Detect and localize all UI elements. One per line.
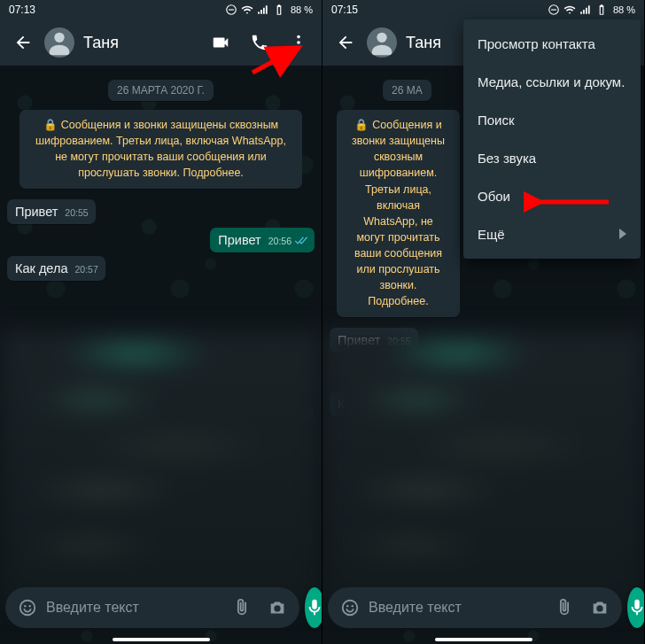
battery-percent: 88 % (291, 4, 313, 15)
message-text: Привет (218, 233, 260, 247)
wifi-icon (563, 4, 576, 16)
battery-percent: 88 % (613, 4, 635, 15)
android-nav-pill[interactable] (113, 638, 210, 641)
message-input-bar (322, 587, 644, 628)
dnd-icon (225, 4, 237, 16)
svg-rect-11 (551, 9, 556, 10)
dnd-icon (548, 4, 560, 16)
svg-point-12 (377, 33, 386, 43)
status-time: 07:13 (9, 4, 35, 16)
svg-point-2 (54, 33, 64, 43)
message-text: Привет (15, 205, 58, 219)
svg-point-6 (20, 601, 35, 616)
screenshot-right: 07:15 88 % Таня 26 МА 🔒Сообщения и звонк… (322, 0, 645, 644)
camera-icon (590, 598, 610, 617)
chat-action-bar: Таня (0, 19, 322, 66)
mic-button[interactable] (627, 587, 644, 628)
signal-icon (257, 4, 269, 16)
menu-item-mute[interactable]: Без звука (463, 139, 641, 177)
svg-point-8 (29, 605, 31, 607)
message-time: 20:55 (65, 207, 88, 219)
message-out[interactable]: Привет 20:56 (210, 228, 315, 252)
more-options-button[interactable] (281, 25, 316, 60)
attach-button[interactable] (548, 591, 581, 625)
phone-icon (250, 33, 269, 52)
menu-item-wallpaper[interactable]: Обои (463, 177, 641, 215)
encryption-notice[interactable]: 🔒Сообщения и звонки защищены сквозным ши… (19, 110, 302, 189)
message-time: 20:57 (74, 264, 97, 275)
svg-point-4 (297, 41, 300, 44)
chat-area[interactable]: 26 МАРТА 2020 Г. 🔒Сообщения и звонки защ… (0, 66, 322, 644)
message-text: Как дела (15, 261, 67, 275)
blurred-messages (322, 331, 644, 606)
android-nav-pill[interactable] (435, 638, 532, 641)
message-in[interactable]: Привет 20:55 (7, 199, 96, 224)
voice-call-button[interactable] (242, 25, 277, 60)
more-vert-icon (289, 33, 308, 52)
avatar-placeholder-icon (367, 27, 397, 58)
back-button[interactable] (328, 25, 363, 60)
svg-point-15 (352, 605, 354, 607)
video-call-button[interactable] (203, 25, 238, 60)
battery-icon (595, 4, 608, 16)
contact-avatar[interactable] (44, 27, 74, 58)
video-icon (211, 33, 230, 52)
emoji-button[interactable] (11, 591, 44, 625)
battery-icon (273, 4, 285, 16)
svg-rect-1 (229, 9, 234, 10)
message-input-pill (5, 587, 299, 628)
mic-icon (305, 598, 322, 617)
screenshot-left: 07:13 88 % Таня 26 МАРТА 2020 Г. (0, 0, 322, 644)
lock-icon: 🔒 (43, 117, 58, 133)
read-ticks-icon (294, 236, 307, 245)
mic-button[interactable] (305, 587, 322, 628)
encryption-text: Сообщения и звонки защищены сквозным шиф… (35, 119, 286, 179)
lock-icon: 🔒 (354, 117, 369, 133)
message-in[interactable]: Как дела 20:57 (7, 256, 105, 281)
message-input[interactable] (369, 600, 546, 616)
paperclip-icon (232, 598, 252, 617)
menu-item-view-contact[interactable]: Просмотр контакта (463, 25, 641, 63)
emoji-button[interactable] (333, 591, 367, 625)
contact-name[interactable]: Таня (83, 34, 199, 52)
svg-point-3 (297, 35, 300, 39)
camera-button[interactable] (583, 591, 617, 625)
message-input-pill (328, 587, 622, 628)
status-bar: 07:13 88 % (0, 0, 322, 19)
message-input-bar (0, 587, 322, 628)
camera-button[interactable] (260, 591, 294, 625)
wifi-icon (241, 4, 253, 16)
encryption-text: Сообщения и звонки защищены сквозным шиф… (352, 119, 445, 307)
mic-icon (627, 598, 644, 617)
menu-item-search[interactable]: Поиск (463, 101, 641, 139)
back-button[interactable] (5, 25, 41, 60)
contact-avatar[interactable] (367, 27, 397, 58)
attach-button[interactable] (225, 591, 259, 625)
back-arrow-icon (13, 33, 33, 52)
paperclip-icon (555, 598, 574, 617)
emoji-icon (340, 598, 360, 617)
avatar-placeholder-icon (44, 27, 74, 58)
menu-item-more[interactable]: Ещё (463, 215, 641, 253)
status-bar: 07:15 88 % (322, 0, 644, 19)
camera-icon (268, 598, 287, 617)
svg-point-7 (24, 605, 26, 607)
back-arrow-icon (336, 33, 355, 52)
message-input[interactable] (46, 600, 223, 616)
status-icons: 88 % (225, 4, 313, 16)
status-time: 07:15 (331, 4, 358, 16)
blurred-messages (0, 331, 322, 606)
options-menu: Просмотр контакта Медиа, ссылки и докум.… (463, 19, 641, 259)
signal-icon (579, 4, 592, 16)
date-separator: 26 МАРТА 2020 Г. (108, 80, 214, 101)
encryption-notice[interactable]: 🔒Сообщения и звонки защищены сквозным ши… (337, 110, 460, 317)
svg-point-14 (346, 605, 348, 607)
date-separator: 26 МА (383, 80, 431, 101)
chevron-right-icon (619, 227, 626, 242)
menu-item-media[interactable]: Медиа, ссылки и докум. (463, 63, 641, 101)
status-icons: 88 % (548, 4, 635, 16)
message-time: 20:56 (268, 236, 291, 246)
svg-point-5 (297, 47, 300, 50)
svg-point-13 (343, 601, 358, 616)
emoji-icon (18, 598, 37, 617)
